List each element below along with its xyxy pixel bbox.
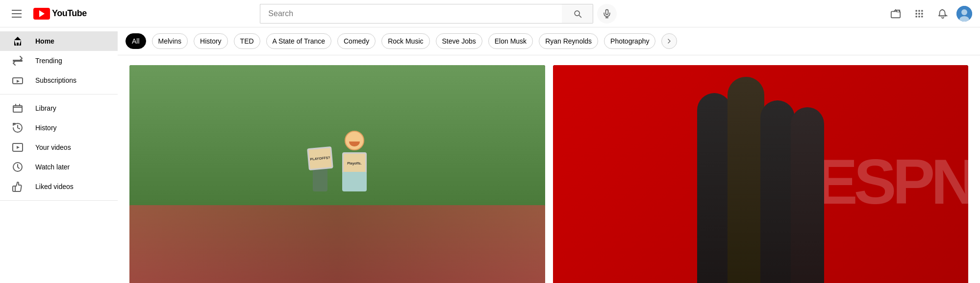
menu-button[interactable] xyxy=(8,6,25,22)
subscriptions-icon xyxy=(12,74,24,86)
sidebar-section-library: Library History xyxy=(0,94,118,201)
create-icon xyxy=(890,8,901,19)
youtube-logo-icon xyxy=(33,8,50,20)
sidebar-item-trending[interactable]: Trending xyxy=(0,51,118,71)
sidebar-section-main: Home Trending Subscriptions xyxy=(0,27,118,94)
search-icon xyxy=(573,9,582,19)
main-container: Home Trending Subscriptions xyxy=(0,27,980,283)
sidebar-label-subscriptions: Subscriptions xyxy=(35,76,76,84)
video-thumbnail-1: PLAYOFFS? Pla xyxy=(129,65,545,283)
logo-text: YouTube xyxy=(52,8,87,19)
sidebar-label-liked-videos: Liked videos xyxy=(35,183,74,190)
header-center xyxy=(260,4,617,24)
svg-rect-4 xyxy=(915,10,917,11)
bell-icon xyxy=(937,8,948,19)
svg-rect-12 xyxy=(921,16,923,17)
logo[interactable]: YouTube xyxy=(33,8,87,20)
ad-card[interactable]: ESPN xyxy=(549,61,973,283)
svg-rect-11 xyxy=(918,16,920,17)
chip-all[interactable]: All xyxy=(126,33,146,49)
chevron-right-icon xyxy=(665,37,673,45)
chip-ted[interactable]: TED xyxy=(234,33,260,49)
liked-videos-icon xyxy=(12,181,24,192)
sidebar-item-your-videos[interactable]: Your videos xyxy=(0,138,118,157)
sidebar-label-home: Home xyxy=(35,37,54,45)
sidebar-label-your-videos: Your videos xyxy=(35,143,71,151)
chip-elon-musk[interactable]: Elon Musk xyxy=(488,33,533,49)
your-videos-icon xyxy=(12,142,24,153)
history-icon xyxy=(12,122,24,134)
svg-rect-10 xyxy=(915,16,917,17)
mic-button[interactable] xyxy=(597,4,617,24)
svg-rect-18 xyxy=(13,106,22,112)
trending-icon xyxy=(12,55,24,67)
sidebar-item-liked-videos[interactable]: Liked videos xyxy=(0,177,118,196)
library-icon xyxy=(12,102,24,114)
chip-history[interactable]: History xyxy=(194,33,228,49)
svg-rect-0 xyxy=(606,9,608,14)
sidebar-label-watch-later: Watch later xyxy=(35,163,70,171)
svg-rect-9 xyxy=(921,13,923,14)
header-left: YouTube xyxy=(8,6,126,22)
svg-rect-5 xyxy=(918,10,920,11)
notifications-button[interactable] xyxy=(933,4,953,24)
header-right xyxy=(886,4,972,24)
home-icon xyxy=(12,35,24,47)
chip-comedy[interactable]: Comedy xyxy=(337,33,376,49)
sidebar-item-library[interactable]: Library xyxy=(0,98,118,118)
avatar[interactable] xyxy=(956,6,972,22)
svg-rect-7 xyxy=(915,13,917,14)
avatar-image xyxy=(956,6,972,22)
sidebar-label-trending: Trending xyxy=(35,57,62,65)
svg-rect-6 xyxy=(921,10,923,11)
search-bar xyxy=(260,4,593,24)
sidebar-item-home[interactable]: Home xyxy=(0,31,118,51)
create-button[interactable] xyxy=(886,4,905,24)
header: YouTube xyxy=(0,0,980,27)
chip-rock-music[interactable]: Rock Music xyxy=(381,33,429,49)
ad-thumbnail: ESPN xyxy=(553,65,969,283)
svg-point-14 xyxy=(961,9,967,15)
chip-ryan-reynolds[interactable]: Ryan Reynolds xyxy=(539,33,598,49)
svg-rect-1 xyxy=(891,11,900,18)
chip-steve-jobs[interactable]: Steve Jobs xyxy=(436,33,482,49)
sidebar-label-library: Library xyxy=(35,104,56,112)
sidebar-item-watch-later[interactable]: Watch later xyxy=(0,157,118,177)
search-input[interactable] xyxy=(260,4,562,24)
filter-bar: All Melvins History TED A State of Tranc… xyxy=(118,27,980,55)
watch-later-icon xyxy=(12,161,24,173)
svg-rect-8 xyxy=(918,13,920,14)
filter-next-button[interactable] xyxy=(661,33,677,49)
svg-marker-20 xyxy=(17,146,20,149)
sidebar-label-history: History xyxy=(35,124,57,132)
chip-photography[interactable]: Photography xyxy=(604,33,655,49)
svg-marker-17 xyxy=(17,80,20,83)
sidebar: Home Trending Subscriptions xyxy=(0,27,118,283)
content-area: All Melvins History TED A State of Tranc… xyxy=(118,27,980,283)
chip-melvins[interactable]: Melvins xyxy=(152,33,188,49)
video-grid: PLAYOFFS? Pla xyxy=(118,55,980,283)
search-button[interactable] xyxy=(562,4,593,24)
sidebar-item-subscriptions[interactable]: Subscriptions xyxy=(0,71,118,90)
mic-icon xyxy=(602,9,612,19)
apps-button[interactable] xyxy=(909,4,929,24)
video-card-1[interactable]: PLAYOFFS? Pla xyxy=(126,61,549,283)
sidebar-item-history[interactable]: History xyxy=(0,118,118,138)
apps-icon xyxy=(914,9,924,19)
chip-state-of-trance[interactable]: A State of Trance xyxy=(266,33,331,49)
